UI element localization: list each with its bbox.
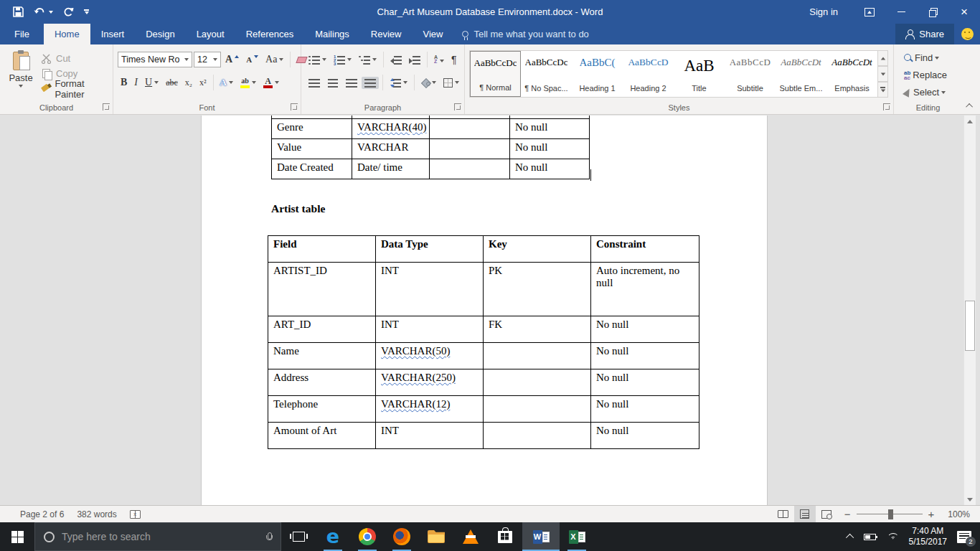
format-painter-button[interactable]: Format Painter (39, 81, 113, 96)
document-page[interactable]: GenreVARCHAR(40)No nullValueVARCHARNo nu… (201, 116, 768, 505)
style-normal[interactable]: AaBbCcDc¶ Normal (470, 51, 521, 97)
battery-icon[interactable] (864, 534, 876, 540)
task-view-button[interactable] (281, 522, 316, 551)
zoom-in-button[interactable]: + (928, 511, 935, 518)
tab-home[interactable]: Home (44, 24, 90, 44)
table-cell[interactable]: VARCHAR (352, 138, 430, 159)
justify-button[interactable] (362, 77, 379, 89)
vertical-scrollbar[interactable] (963, 116, 976, 505)
styles-scroll-up-button[interactable] (878, 50, 888, 66)
show-hidden-icons-button[interactable] (846, 534, 854, 542)
scroll-down-button[interactable] (964, 494, 976, 505)
table-cell[interactable]: FK (484, 316, 591, 343)
paragraph-dialog-launcher[interactable] (454, 103, 461, 110)
bullets-button[interactable] (306, 54, 329, 66)
tab-review[interactable]: Review (360, 24, 413, 44)
customize-quick-access-button[interactable] (84, 9, 89, 14)
clipboard-dialog-launcher[interactable] (103, 103, 110, 110)
italic-button[interactable]: I (131, 75, 141, 90)
web-layout-button[interactable] (816, 506, 837, 522)
styles-dialog-launcher[interactable] (883, 103, 890, 110)
table-cell[interactable]: No null (510, 118, 590, 138)
borders-button[interactable] (440, 77, 462, 89)
taskbar-edge-button[interactable]: e (316, 522, 350, 551)
table-cell[interactable] (430, 138, 510, 159)
taskbar-search-box[interactable]: Type here to search (34, 522, 281, 551)
table-cell[interactable]: Auto increment, no null (591, 263, 699, 316)
sort-button[interactable]: AZ (431, 54, 447, 66)
save-button[interactable] (13, 6, 24, 17)
tab-file[interactable]: File (0, 24, 44, 44)
table-cell[interactable]: Amount of Art (268, 423, 376, 449)
table-cell[interactable] (430, 159, 510, 179)
replace-button[interactable]: abacReplace (901, 67, 950, 83)
table-cell[interactable]: VARCHAR(50) (376, 343, 484, 369)
tell-me-box[interactable]: Tell me what you want to do (453, 24, 597, 44)
table-cell[interactable]: PK (484, 263, 591, 316)
table-cell[interactable]: VARCHAR(250) (376, 369, 484, 396)
highlight-color-button[interactable]: ab (237, 76, 259, 90)
table-cell[interactable]: Name (268, 343, 376, 369)
proofing-status-button[interactable]: x (123, 506, 147, 522)
table-cell[interactable]: No null (591, 396, 699, 423)
wifi-icon[interactable] (886, 532, 899, 542)
table-header-cell[interactable]: Data Type (376, 236, 484, 263)
table-cell[interactable]: No null (591, 369, 699, 396)
table-cell[interactable]: Value (272, 138, 352, 159)
table-cell[interactable] (484, 423, 591, 449)
table-cell[interactable] (484, 396, 591, 423)
zoom-level[interactable]: 100% (941, 506, 980, 522)
change-case-button[interactable]: Aa (263, 52, 286, 67)
table-cell[interactable]: INT (376, 263, 484, 316)
tab-mailings[interactable]: Mailings (304, 24, 360, 44)
sign-in-link[interactable]: Sign in (793, 0, 854, 24)
style-subtitle[interactable]: AaBbCcDSubtitle (725, 51, 776, 97)
scroll-up-button[interactable] (964, 116, 976, 127)
font-color-button[interactable]: A (260, 76, 282, 90)
page-indicator[interactable]: Page 2 of 6 (0, 506, 70, 522)
underline-button[interactable]: U (142, 75, 161, 90)
table-cell[interactable]: INT (376, 423, 484, 449)
style-heading2[interactable]: AaBbCcDHeading 2 (623, 51, 674, 97)
font-name-combobox[interactable]: Times New Ro (118, 52, 192, 67)
table-cell[interactable]: No null (510, 138, 590, 159)
table-cell[interactable] (484, 343, 591, 369)
taskbar-chrome-button[interactable] (350, 522, 385, 551)
style-heading1[interactable]: AaBbC(Heading 1 (572, 51, 623, 97)
strikethrough-button[interactable]: abc (163, 76, 181, 90)
text-effects-button[interactable]: A (217, 75, 236, 90)
style-nospacing[interactable]: AaBbCcDc¶ No Spac... (521, 51, 572, 97)
clock[interactable]: 7:40 AM5/15/2017 (909, 526, 947, 547)
paste-button[interactable]: Paste (6, 50, 36, 100)
artist-table[interactable]: FieldData TypeKeyConstraintARTIST_IDINTP… (268, 235, 699, 449)
collapse-ribbon-button[interactable] (964, 101, 976, 110)
action-center-button[interactable]: 2 (957, 531, 971, 543)
table-cell[interactable]: No null (591, 423, 699, 449)
table-cell[interactable]: No null (591, 316, 699, 343)
table-cell[interactable]: Genre (272, 118, 352, 138)
redo-button[interactable] (63, 6, 74, 17)
styles-scroll-down-button[interactable] (878, 66, 888, 82)
style-subtleem[interactable]: AaBbCcDtSubtle Em... (776, 51, 826, 97)
shrink-font-button[interactable]: A (243, 54, 261, 65)
ribbon-display-options-button[interactable] (854, 0, 885, 24)
shading-button[interactable] (418, 77, 439, 88)
tab-insert[interactable]: Insert (90, 24, 136, 44)
taskbar-file-explorer-button[interactable] (419, 522, 453, 551)
grow-font-button[interactable]: A (222, 52, 242, 67)
document-heading[interactable]: Artist table (271, 202, 325, 215)
feedback-smiley-button[interactable] (954, 24, 980, 44)
art-table-fragment[interactable]: GenreVARCHAR(40)No nullValueVARCHARNo nu… (271, 116, 590, 179)
close-button[interactable]: × (948, 0, 980, 24)
align-left-button[interactable] (306, 77, 323, 89)
style-title[interactable]: AaBTitle (674, 51, 725, 97)
taskbar-store-button[interactable] (488, 522, 522, 551)
table-cell[interactable]: Address (268, 369, 376, 396)
find-button[interactable]: Find (901, 50, 950, 65)
zoom-slider-handle[interactable] (888, 509, 893, 519)
zoom-slider[interactable] (857, 514, 923, 515)
undo-button[interactable] (34, 7, 53, 17)
table-header-cell[interactable]: Constraint (591, 236, 699, 263)
table-cell[interactable] (484, 369, 591, 396)
table-cell[interactable]: Date/ time (352, 159, 430, 179)
